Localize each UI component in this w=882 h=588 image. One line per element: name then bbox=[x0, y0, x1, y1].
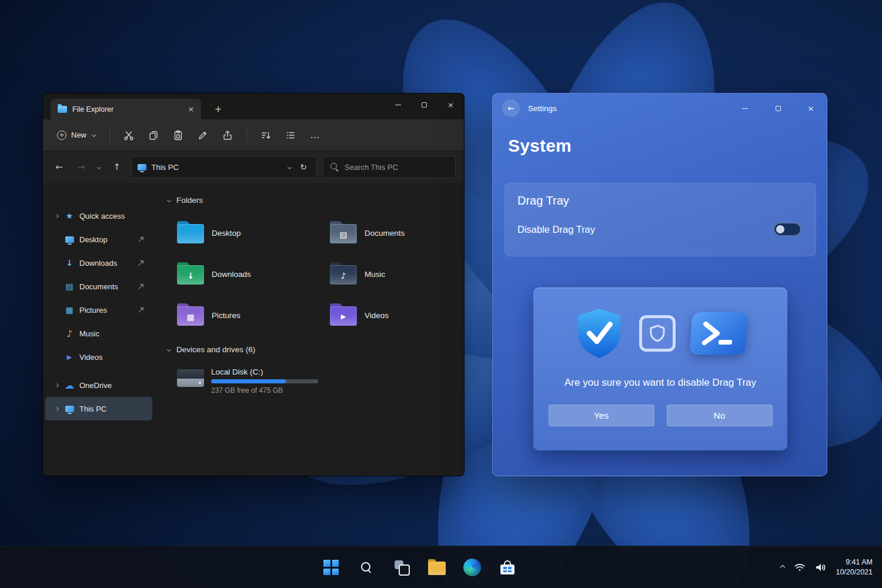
sidebar-item-this-pc[interactable]: This PC bbox=[45, 397, 152, 420]
navigation-pane: ★ Quick access Desktop ↓ Downl bbox=[43, 183, 155, 476]
this-pc-icon bbox=[138, 164, 146, 171]
window-controls: × bbox=[385, 93, 464, 116]
explorer-tab[interactable]: File Explorer × bbox=[51, 99, 201, 119]
cut-button[interactable] bbox=[118, 125, 139, 145]
confirm-dialog: Are you sure you want to disable Drag Tr… bbox=[533, 288, 787, 450]
tab-bar: File Explorer × + × bbox=[43, 93, 464, 119]
taskbar-center bbox=[318, 546, 520, 588]
folder-icon: ↓ bbox=[177, 265, 204, 285]
paste-button[interactable] bbox=[168, 125, 189, 145]
new-tab-button[interactable]: + bbox=[211, 102, 225, 116]
store-button[interactable] bbox=[495, 554, 520, 580]
pin-icon bbox=[137, 306, 145, 314]
task-view-button[interactable] bbox=[389, 554, 415, 580]
folder-item-videos[interactable]: ▶ Videos bbox=[330, 295, 465, 336]
drive-label: Local Disk (C:) bbox=[211, 368, 318, 376]
settings-titlebar: ← Settings × bbox=[493, 93, 827, 123]
devices-section-header[interactable]: Devices and drives (6) bbox=[155, 340, 465, 358]
sidebar-item-documents[interactable]: ▤ Documents bbox=[45, 275, 152, 298]
folder-icon: ▶ bbox=[330, 306, 357, 326]
chevron-right-icon bbox=[54, 213, 59, 219]
sort-icon bbox=[260, 130, 271, 141]
sort-button[interactable] bbox=[255, 125, 276, 145]
dialog-message: Are you sure you want to disable Drag Tr… bbox=[533, 377, 787, 389]
folder-icon: ▤ bbox=[330, 224, 357, 243]
folder-icon: ♪ bbox=[330, 265, 357, 285]
share-button[interactable] bbox=[217, 125, 238, 145]
back-button[interactable]: ← bbox=[502, 99, 520, 117]
minimize-button[interactable] bbox=[385, 93, 411, 116]
sidebar-item-music[interactable]: ♪ Music bbox=[45, 322, 152, 345]
drive-item-local-disk[interactable]: Local Disk (C:) 237 GB free of 475 GB bbox=[155, 368, 465, 395]
sidebar-item-onedrive[interactable]: ☁ OneDrive bbox=[45, 373, 152, 397]
refresh-button[interactable]: ↻ bbox=[296, 160, 310, 174]
taskbar-clock[interactable]: 9:41 AM 10/20/2021 bbox=[836, 557, 873, 577]
search-icon bbox=[360, 562, 372, 573]
edge-icon bbox=[463, 559, 481, 576]
maximize-button[interactable] bbox=[411, 93, 437, 116]
share-icon bbox=[222, 130, 233, 141]
close-button[interactable]: × bbox=[437, 93, 464, 116]
more-options-button[interactable]: … bbox=[305, 125, 326, 145]
search-box[interactable] bbox=[323, 156, 456, 178]
sidebar-item-downloads[interactable]: ↓ Downloads bbox=[45, 251, 152, 275]
view-icon bbox=[285, 130, 296, 141]
new-button[interactable]: + New bbox=[51, 126, 101, 144]
quick-access-icon: ★ bbox=[64, 211, 75, 220]
folders-section-header[interactable]: Folders bbox=[155, 191, 465, 209]
copy-button[interactable] bbox=[143, 125, 164, 145]
card-title: Drag Tray bbox=[517, 194, 816, 208]
downloads-icon: ↓ bbox=[64, 258, 75, 268]
folder-item-music[interactable]: ♪ Music bbox=[330, 253, 465, 295]
onedrive-icon: ☁ bbox=[64, 380, 75, 391]
pin-icon bbox=[137, 282, 145, 290]
address-bar[interactable]: This PC ↻ bbox=[131, 156, 317, 178]
search-input[interactable] bbox=[345, 163, 448, 172]
maximize-button[interactable] bbox=[766, 98, 790, 119]
taskbar-explorer-button[interactable] bbox=[424, 554, 450, 580]
drag-tray-toggle[interactable] bbox=[774, 223, 801, 236]
sidebar-item-desktop[interactable]: Desktop bbox=[45, 228, 152, 251]
music-icon: ♪ bbox=[64, 328, 75, 339]
folder-item-pictures[interactable]: ▦ Pictures bbox=[177, 295, 330, 336]
up-button[interactable]: ↑ bbox=[109, 159, 125, 175]
volume-icon[interactable] bbox=[815, 563, 826, 572]
back-button[interactable]: ← bbox=[51, 159, 67, 175]
task-view-icon bbox=[395, 560, 409, 574]
drive-free-text: 237 GB free of 475 GB bbox=[211, 386, 318, 395]
page-title: System bbox=[508, 136, 827, 156]
view-button[interactable] bbox=[280, 125, 301, 145]
folder-item-desktop[interactable]: Desktop bbox=[177, 212, 330, 253]
date-text: 10/20/2021 bbox=[836, 567, 873, 577]
taskbar-search-button[interactable] bbox=[353, 554, 379, 580]
forward-button[interactable]: → bbox=[73, 159, 89, 175]
system-tray: 9:41 AM 10/20/2021 bbox=[781, 546, 873, 588]
yes-button[interactable]: Yes bbox=[549, 405, 654, 426]
rename-button[interactable] bbox=[192, 125, 213, 145]
chevron-down-icon bbox=[167, 347, 171, 351]
toolbar-separator bbox=[246, 128, 247, 143]
address-text: This PC bbox=[152, 163, 283, 172]
folder-icon: ▦ bbox=[177, 306, 204, 326]
wifi-icon[interactable] bbox=[794, 563, 806, 572]
recent-locations-button[interactable] bbox=[95, 161, 103, 173]
no-button[interactable]: No bbox=[667, 405, 773, 426]
folder-item-documents[interactable]: ▤ Documents bbox=[330, 212, 465, 253]
edge-button[interactable] bbox=[459, 554, 485, 580]
copy-icon bbox=[148, 130, 159, 141]
sidebar-item-pictures[interactable]: ▦ Pictures bbox=[45, 298, 152, 322]
tray-chevron-button[interactable] bbox=[781, 566, 784, 569]
minimize-button[interactable] bbox=[733, 98, 757, 119]
address-chevron-icon[interactable] bbox=[288, 165, 292, 169]
close-button[interactable]: × bbox=[799, 98, 823, 119]
settings-title: Settings bbox=[528, 104, 724, 113]
sidebar-item-quick-access[interactable]: ★ Quick access bbox=[45, 204, 152, 228]
file-explorer-window: File Explorer × + × + New bbox=[42, 93, 465, 476]
hard-drive-icon bbox=[177, 369, 204, 387]
folder-item-downloads[interactable]: ↓ Downloads bbox=[177, 253, 330, 295]
sidebar-item-videos[interactable]: ▶ Videos bbox=[45, 345, 152, 369]
tab-close-icon[interactable]: × bbox=[185, 103, 198, 116]
start-button[interactable] bbox=[318, 554, 344, 580]
toggle-knob bbox=[776, 225, 784, 233]
chevron-down-icon bbox=[167, 198, 171, 202]
